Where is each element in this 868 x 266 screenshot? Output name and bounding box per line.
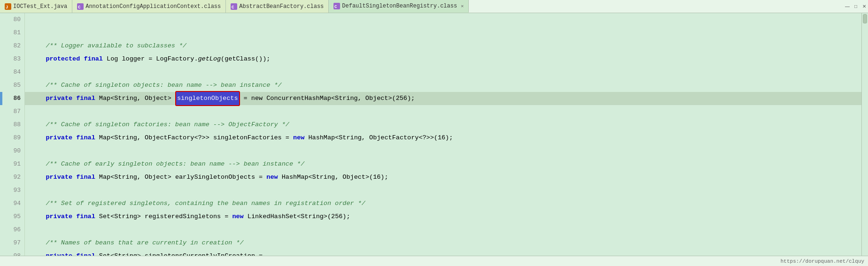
line-num-98: 98: [6, 250, 21, 256]
code-83-indent: [31, 53, 46, 66]
code-line-85: /** Cache of singleton objects: bean nam…: [25, 79, 861, 92]
code-line-97: /** Names of beans that are currently in…: [25, 236, 861, 250]
code-line-83: protected final Log logger = LogFactory.…: [25, 53, 861, 66]
tab-ioc[interactable]: J IOCTest_Ext.java: [0, 0, 72, 13]
line-num-84: 84: [6, 66, 21, 79]
code-83-rest: Log logger = LogFactory.getLog(getClass(…: [103, 53, 270, 66]
code-line-91: /** Cache of early singleton objects: be…: [25, 158, 861, 171]
tab-label: AnnotationConfigApplicationContext.class: [85, 3, 221, 10]
editor-container: J IOCTest_Ext.java C AnnotationConfigApp…: [0, 0, 868, 266]
code-92-rest: Map<String, Object> earlySingletonObject…: [95, 171, 267, 184]
code-line-87: [25, 105, 861, 118]
code-92-i: [31, 171, 46, 184]
code-line-98: private final Set<String> singletonsCurr…: [25, 250, 861, 256]
code-line-84: [25, 66, 861, 79]
line-num-94: 94: [6, 197, 21, 210]
line-num-97: 97: [6, 236, 21, 250]
code-line-94: /** Set of registered singletons, contai…: [25, 197, 861, 210]
code-89-k2: final: [76, 131, 95, 144]
line-num-87: 87: [6, 105, 21, 118]
code-92-k3: new: [266, 171, 278, 184]
code-line-81: [25, 26, 861, 39]
code-89-k3: new: [293, 131, 304, 144]
code-line-82: /** Logger available to subclasses */: [25, 39, 861, 53]
minimize-button[interactable]: —: [844, 3, 851, 10]
code-86-kw2: final: [76, 92, 95, 105]
code-line-90: [25, 144, 861, 158]
line-num-96: 96: [6, 223, 21, 236]
code-95-rest: Set<String> registeredSingletons =: [95, 210, 232, 223]
code-98-rest: Set<String> singletonsCurrentlyInCreatio…: [95, 250, 263, 256]
code-92-rest2: HashMap<String, Object>(16);: [278, 171, 388, 184]
class-icon-3: C: [333, 3, 340, 9]
svg-text:C: C: [334, 5, 337, 9]
code-line-86: private final Map<String, Object> single…: [25, 92, 861, 105]
code-line-88: /** Cache of singleton factories: bean n…: [25, 118, 861, 131]
comment-94: /** Set of registered singletons, contai…: [31, 197, 365, 210]
code-83-kw1: protected: [46, 53, 80, 66]
code-95-i: [31, 210, 46, 223]
comment-82: /** Logger available to subclasses */: [31, 39, 186, 53]
line-num-91: 91: [6, 158, 21, 171]
tab-label: DefaultSingletonBeanRegistry.class: [342, 3, 457, 9]
java-icon: J: [5, 3, 11, 10]
code-98-i: [31, 250, 46, 256]
comment-88: /** Cache of singleton factories: bean n…: [31, 118, 289, 131]
svg-text:C: C: [232, 5, 234, 10]
line-num-86: 86: [6, 92, 21, 105]
bottom-bar: https://dorupquan.net/clquy: [0, 256, 868, 266]
line-num-88: 88: [6, 118, 21, 131]
comment-85: /** Cache of singleton objects: bean nam…: [31, 79, 282, 92]
tab-abstract[interactable]: C AbstractBeanFactory.class: [226, 0, 329, 13]
class-icon-2: C: [231, 3, 237, 10]
code-89-rest2: HashMap<String, ObjectFactory<?>>(16);: [304, 131, 453, 144]
line-num-81: 81: [6, 26, 21, 39]
code-95-s1: [72, 210, 76, 223]
code-line-89: private final Map<String, ObjectFactory<…: [25, 131, 861, 144]
singleton-objects-highlight: singletonObjects: [175, 91, 240, 106]
code-95-rest2: LinkedHashSet<String>(256);: [244, 210, 350, 223]
line-num-89: 89: [6, 131, 21, 144]
code-line-80: [25, 13, 861, 26]
tab-annotation[interactable]: C AnnotationConfigApplicationContext.cla…: [72, 0, 226, 13]
line-numbers: 80 81 82 83 84 85 86 87 88 89 90 91 92 9…: [2, 13, 25, 256]
code-89-i: [31, 131, 46, 144]
code-line-95: private final Set<String> registeredSing…: [25, 210, 861, 223]
editor-body: 80 81 82 83 84 85 86 87 88 89 90 91 92 9…: [0, 13, 868, 256]
code-line-96: [25, 223, 861, 236]
line-num-90: 90: [6, 144, 21, 158]
code-92-s1: [72, 171, 76, 184]
code-86-sp1: [72, 92, 76, 105]
class-icon: C: [77, 3, 84, 10]
code-89-rest: Map<String, ObjectFactory<?>> singletonF…: [95, 131, 293, 144]
line-num-93: 93: [6, 184, 21, 197]
code-92-k2: final: [76, 171, 95, 184]
code-89-k1: private: [46, 131, 72, 144]
status-url: https://dorupquan.net/clquy: [781, 258, 864, 264]
code-98-k1: private: [46, 250, 72, 256]
code-98-s1: [72, 250, 76, 256]
code-86-after: = new ConcurrentHashMap<String, Object>(…: [240, 92, 415, 105]
window-controls: — □ ✕: [844, 3, 868, 10]
maximize-button[interactable]: □: [852, 3, 860, 10]
code-86-type: Map<String, Object>: [95, 92, 175, 105]
comment-91: /** Cache of early singleton objects: be…: [31, 158, 304, 171]
close-button[interactable]: ✕: [860, 3, 868, 10]
scrollbar[interactable]: [861, 13, 868, 256]
code-line-92: private final Map<String, Object> earlyS…: [25, 171, 861, 184]
tab-default[interactable]: C DefaultSingletonBeanRegistry.class ✕: [329, 0, 469, 13]
tab-close-button[interactable]: ✕: [461, 3, 464, 9]
line-num-92: 92: [6, 171, 21, 184]
code-86-indent: [31, 92, 46, 105]
code-89-s1: [72, 131, 76, 144]
svg-text:J: J: [6, 5, 8, 10]
code-83-kw2: final: [84, 53, 103, 66]
line-num-82: 82: [6, 39, 21, 53]
code-86-kw1: private: [46, 92, 72, 105]
line-num-83: 83: [6, 53, 21, 66]
tab-label: IOCTest_Ext.java: [13, 3, 67, 10]
comment-97: /** Names of beans that are currently in…: [31, 236, 244, 250]
tab-bar: J IOCTest_Ext.java C AnnotationConfigApp…: [0, 0, 868, 13]
code-95-k2: final: [76, 210, 95, 223]
code-area[interactable]: /** Logger available to subclasses */ pr…: [25, 13, 861, 256]
